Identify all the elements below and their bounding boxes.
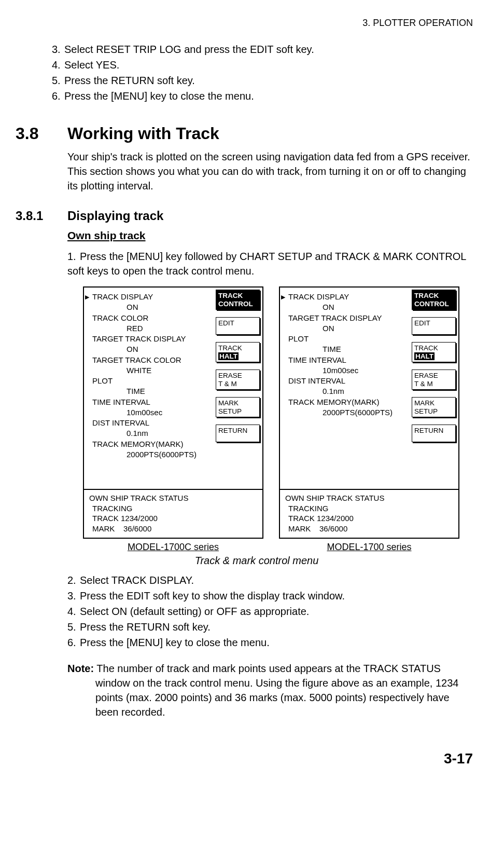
step-text: Press the [MENU] key to close the menu. <box>80 637 270 648</box>
softkey-track-control: TRACKCONTROL <box>412 290 456 310</box>
menu-list: TRACK DISPLAYON TARGET TRACK DISPLAYON P… <box>280 288 412 489</box>
panel-b-label: MODEL-1700 series <box>279 542 459 553</box>
menu-value: 0.1nm <box>92 428 214 439</box>
step-num: 6. <box>52 89 64 103</box>
status-tracking: TRACKING <box>285 503 453 514</box>
note-rest: window on the track control menu. Using … <box>67 676 473 719</box>
menu-value: 10m00sec <box>288 365 410 376</box>
menu-value: 0.1nm <box>288 386 410 396</box>
status-track-points: TRACK 1234/2000 <box>285 513 453 524</box>
menu-item-plot: PLOT <box>92 376 214 386</box>
menu-item-plot: PLOT <box>288 334 410 344</box>
menu-value: 2000PTS(6000PTS) <box>288 407 410 418</box>
step-num: 3. <box>67 589 80 603</box>
menu-item-track-display: TRACK DISPLAY <box>92 292 214 302</box>
menu-item-track-memory: TRACK MEMORY(MARK) <box>92 439 214 449</box>
subsection-title: Displaying track <box>67 209 163 223</box>
status-mark-points: MARK36/6000 <box>89 524 257 534</box>
note-paragraph: Note: The number of track and mark point… <box>67 661 473 719</box>
menu-value: ON <box>288 323 410 334</box>
menu-item-target-track-color: TARGET TRACK COLOR <box>92 355 214 365</box>
own-ship-track-heading: Own ship track <box>67 229 473 242</box>
step-num: 6. <box>67 635 80 650</box>
step-num: 3. <box>52 42 64 57</box>
menu-value: RED <box>92 323 214 334</box>
step-text: Press the RETURN soft key. <box>64 75 195 86</box>
step-text: Press the [MENU] key followed by CHART S… <box>67 251 466 277</box>
figure-caption: Track & mark control menu <box>67 555 446 567</box>
menu-item-track-display: TRACK DISPLAY <box>288 292 410 302</box>
softkey-track-halt: TRACKHALT <box>216 342 260 362</box>
menu-list: TRACK DISPLAYON TRACK COLORRED TARGET TR… <box>84 288 216 489</box>
softkey-edit: EDIT <box>216 317 260 335</box>
menu-value: ON <box>288 302 410 312</box>
panel-a-label: MODEL-1700C series <box>83 542 263 553</box>
menu-item-target-track-display: TARGET TRACK DISPLAY <box>288 313 410 323</box>
menu-value: 10m00sec <box>92 407 214 418</box>
note-first-line: The number of track and mark points used… <box>94 663 441 674</box>
subsection-number: 3.8.1 <box>16 209 67 223</box>
section-number: 3.8 <box>16 124 67 143</box>
status-track-points: TRACK 1234/2000 <box>89 513 257 524</box>
softkey-edit: EDIT <box>412 317 456 335</box>
steps-after-figure: 2.Select TRACK DISPLAY. 3.Press the EDIT… <box>67 573 473 650</box>
section-heading: 3.8 Working with Track <box>16 124 473 143</box>
step-text: Select RESET TRIP LOG and press the EDIT… <box>64 44 314 55</box>
softkey-track-control: TRACKCONTROL <box>216 290 260 310</box>
step-text: Select ON (default setting) or OFF as ap… <box>80 606 309 617</box>
step-text: Select YES. <box>64 59 119 71</box>
menu-item-target-track-display: TARGET TRACK DISPLAY <box>92 334 214 344</box>
step-text: Press the EDIT soft key to show the disp… <box>80 590 345 601</box>
status-title: OWN SHIP TRACK STATUS <box>89 493 257 503</box>
page-number: 3-17 <box>16 750 473 767</box>
section-paragraph: Your ship's track is plotted on the scre… <box>67 149 473 193</box>
softkey-mark-setup: MARKSETUP <box>216 397 260 417</box>
step-num: 1. <box>67 249 80 264</box>
status-box: OWN SHIP TRACK STATUS TRACKING TRACK 123… <box>84 489 262 538</box>
status-mark-points: MARK36/6000 <box>285 524 453 534</box>
step-text: Select TRACK DISPLAY. <box>80 575 194 586</box>
note-label: Note: <box>67 663 94 674</box>
status-tracking: TRACKING <box>89 503 257 514</box>
menu-item-track-memory: TRACK MEMORY(MARK) <box>288 397 410 407</box>
menu-item-time-interval: TIME INTERVAL <box>288 355 410 365</box>
menu-value: 2000PTS(6000PTS) <box>92 449 214 460</box>
menu-value: ON <box>92 302 214 312</box>
menu-item-track-color: TRACK COLOR <box>92 313 214 323</box>
panel-model-1700: TRACK DISPLAYON TARGET TRACK DISPLAYON P… <box>279 286 459 539</box>
status-box: OWN SHIP TRACK STATUS TRACKING TRACK 123… <box>280 489 458 538</box>
menu-value: WHITE <box>92 365 214 376</box>
softkey-return: RETURN <box>216 425 260 442</box>
menu-value: TIME <box>288 344 410 354</box>
softkey-return: RETURN <box>412 425 456 442</box>
softkey-track-halt: TRACKHALT <box>412 342 456 362</box>
menu-item-dist-interval: DIST INTERVAL <box>288 376 410 386</box>
step-text: Press the [MENU] key to close the menu. <box>64 90 254 102</box>
softkey-mark-setup: MARKSETUP <box>412 397 456 417</box>
section-title: Working with Track <box>67 124 219 143</box>
status-title: OWN SHIP TRACK STATUS <box>285 493 453 503</box>
figure-labels: MODEL-1700C series MODEL-1700 series <box>83 542 473 553</box>
step-num: 4. <box>52 58 64 72</box>
softkey-erase-tm: ERASET & M <box>216 370 260 390</box>
step-1: 1.Press the [MENU] key followed by CHART… <box>67 249 473 278</box>
step-num: 5. <box>52 73 64 88</box>
menu-item-dist-interval: DIST INTERVAL <box>92 418 214 428</box>
softkey-erase-tm: ERASET & M <box>412 370 456 390</box>
subsection-heading: 3.8.1 Displaying track <box>16 209 473 223</box>
step-text: Press the RETURN soft key. <box>80 621 211 633</box>
panel-model-1700c: TRACK DISPLAYON TRACK COLORRED TARGET TR… <box>83 286 263 539</box>
menu-value: ON <box>92 344 214 354</box>
step-num: 5. <box>67 620 80 634</box>
chapter-header: 3. PLOTTER OPERATION <box>16 18 473 29</box>
softkey-column: TRACKCONTROL EDIT TRACKHALT ERASET & M M… <box>412 288 458 489</box>
continuation-steps: 3.Select RESET TRIP LOG and press the ED… <box>52 42 473 103</box>
step-num: 2. <box>67 573 80 587</box>
menu-item-time-interval: TIME INTERVAL <box>92 397 214 407</box>
softkey-column: TRACKCONTROL EDIT TRACKHALT ERASET & M M… <box>216 288 262 489</box>
step-num: 4. <box>67 604 80 619</box>
track-menu-figure: TRACK DISPLAYON TRACK COLORRED TARGET TR… <box>83 286 473 539</box>
menu-value: TIME <box>92 386 214 396</box>
